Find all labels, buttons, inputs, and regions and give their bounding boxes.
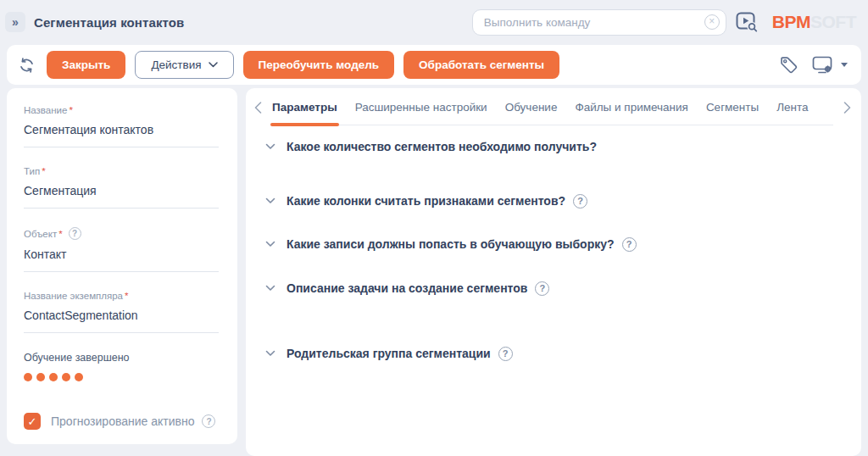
tab-segments[interactable]: Сегменты (706, 101, 759, 125)
record-summary-panel: Название* Сегментация контактов Тип* Сег… (7, 88, 237, 444)
help-icon[interactable]: ? (202, 414, 215, 428)
section-label: Какие колонки считать признаками сегмент… (287, 194, 565, 208)
chevron-down-icon (265, 197, 275, 204)
training-progress-dot (49, 373, 58, 381)
section-label: Какое количество сегментов необходимо по… (287, 140, 597, 153)
field-name-label: Название (24, 105, 67, 115)
record-toolbar: Закрыть Действия Переобучить модель Обра… (7, 45, 861, 85)
required-mark: * (69, 105, 72, 115)
required-mark: * (58, 229, 62, 239)
help-icon[interactable]: ? (573, 194, 587, 209)
record-detail-panel: Параметры Расширенные настройки Обучение… (246, 88, 861, 456)
field-type-label: Тип (24, 166, 40, 176)
tab-feed[interactable]: Лента (776, 101, 808, 125)
display-settings-caret-icon[interactable] (841, 63, 848, 67)
training-progress-dot (62, 373, 70, 381)
help-icon[interactable]: ? (622, 237, 637, 252)
actions-dropdown-button[interactable]: Действия (135, 51, 233, 79)
chevron-down-icon (265, 241, 275, 247)
tab-advanced-settings[interactable]: Расширенные настройки (355, 101, 487, 125)
field-name: Название* Сегментация контактов (24, 105, 219, 147)
field-type-value[interactable]: Сегментация (24, 184, 219, 209)
retrain-model-button[interactable]: Переобучить модель (243, 51, 395, 79)
sidebar-expand-icon[interactable]: » (5, 12, 25, 32)
section-label: Описание задачи на создание сегментов (287, 281, 527, 295)
tabs-scroll-right-icon[interactable] (843, 102, 851, 114)
clear-command-icon[interactable]: × (704, 14, 720, 30)
field-object-value[interactable]: Контакт (24, 247, 219, 272)
help-icon[interactable]: ? (498, 347, 513, 361)
parameter-sections: Какое количество сегментов необходимо по… (253, 137, 854, 363)
display-settings-icon[interactable] (812, 56, 834, 75)
section-task-description[interactable]: Описание задачи на создание сегментов ? (265, 279, 854, 298)
help-icon[interactable]: ? (69, 227, 81, 240)
section-segment-count[interactable]: Какое количество сегментов необходимо по… (265, 137, 854, 156)
tab-parameters[interactable]: Параметры (272, 101, 337, 125)
tabs-strip: Параметры Расширенные настройки Обучение… (272, 101, 833, 125)
field-instance-name: Название экземпляра* ContactSegmentation (24, 291, 219, 333)
content-area: Название* Сегментация контактов Тип* Сег… (7, 88, 861, 456)
section-label: Родительская группа сегментации (287, 347, 491, 360)
tag-icon[interactable] (779, 55, 798, 75)
prediction-active-label: Прогнозирование активно (51, 414, 194, 428)
command-bar: × (472, 9, 726, 36)
training-progress-dot (75, 373, 83, 381)
field-type: Тип* Сегментация (24, 166, 219, 209)
chevron-down-icon (265, 350, 275, 357)
process-segments-button[interactable]: Обработать сегменты (403, 51, 559, 79)
refresh-icon[interactable] (19, 58, 35, 73)
close-button[interactable]: Закрыть (47, 51, 125, 79)
actions-label: Действия (151, 58, 201, 71)
training-progress-dots (24, 373, 219, 381)
header-right: × BPMSOFT (472, 9, 856, 36)
section-label: Какие записи должны попасть в обучающую … (287, 237, 615, 251)
training-status-label: Обучение завершено (24, 352, 219, 364)
help-icon[interactable]: ? (535, 281, 549, 296)
required-mark: * (125, 291, 128, 301)
top-header: » Сегментация контактов × BPMSOFT (0, 0, 868, 44)
tab-training[interactable]: Обучение (505, 101, 558, 125)
field-object: Объект* ? Контакт (24, 227, 219, 272)
field-instance-name-label: Название экземпляра (24, 291, 123, 301)
field-name-value[interactable]: Сегментация контактов (24, 123, 219, 147)
prediction-active-row: ✓ Прогнозирование активно ? (24, 413, 219, 430)
logo-bpm: BPM (772, 12, 810, 31)
toolbar-right (779, 55, 848, 75)
training-progress-dot (36, 373, 45, 381)
field-instance-name-value[interactable]: ContactSegmentation (24, 309, 219, 333)
logo-soft: SOFT (810, 12, 856, 31)
required-mark: * (42, 166, 45, 176)
chevron-down-icon (265, 285, 275, 292)
chevron-down-icon (209, 62, 218, 68)
field-object-label: Объект (24, 229, 57, 239)
tab-files-notes[interactable]: Файлы и примечания (575, 101, 687, 125)
tabs-bar: Параметры Расширенные настройки Обучение… (253, 88, 854, 125)
tabs-scroll-left-icon[interactable] (254, 102, 262, 114)
section-feature-columns[interactable]: Какие колонки считать признаками сегмент… (265, 192, 854, 210)
prediction-active-checkbox[interactable]: ✓ (24, 413, 41, 430)
section-training-sample[interactable]: Какие записи должны попасть в обучающую … (265, 235, 854, 253)
training-progress-dot (24, 373, 32, 381)
section-parent-group[interactable]: Родительская группа сегментации ? (265, 344, 854, 363)
page-title: Сегментация контактов (34, 15, 184, 30)
chevron-down-icon (265, 143, 275, 150)
bpmsoft-logo: BPMSOFT (772, 12, 856, 32)
command-input[interactable] (472, 9, 726, 36)
run-process-search-icon[interactable] (736, 12, 759, 33)
